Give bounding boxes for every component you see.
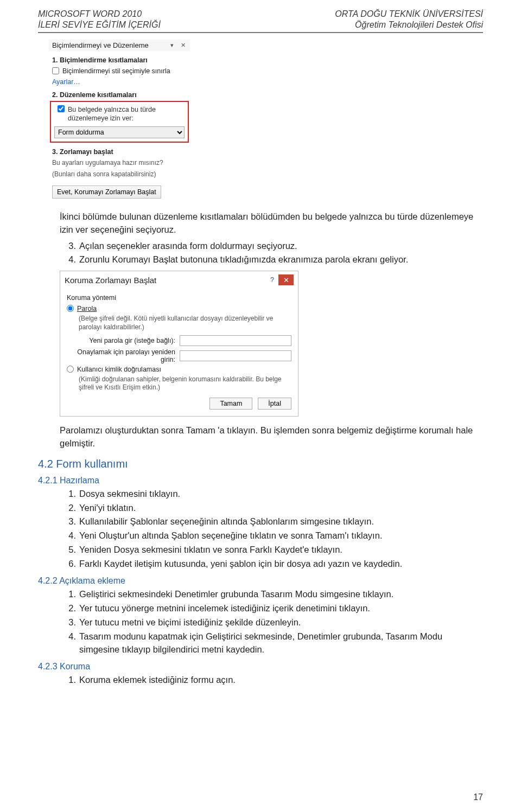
list-text: Geliştirici sekmesindeki Denetimler grub… (79, 589, 393, 599)
sec421-list: 1.Dosya sekmesini tıklayın. 2.Yeni'yi tı… (60, 488, 478, 571)
list-text: Zorunlu Korumayı Başlat butonuna tıkladı… (79, 254, 408, 264)
restrict-section-1: 1. Biçimlendirme kısıtlamaları Biçimlend… (49, 56, 190, 86)
close-icon[interactable]: ✕ (179, 42, 187, 49)
dialog-body: Koruma yöntemi Parola (Belge şifreli değ… (60, 289, 298, 415)
password-desc: (Belge şifreli değil. Kötü niyetli kulla… (79, 315, 291, 331)
confirm-password-input[interactable] (180, 350, 291, 361)
list-number: 1. (60, 488, 76, 501)
list-item: 3.Yer tutucu metni ve biçimi istediğiniz… (60, 616, 478, 629)
list-text: Yeni Oluştur'un altında Şablon seçeneğin… (79, 530, 382, 540)
intro-paragraph: İkinci bölümde bulunan düzenleme kısıtla… (60, 210, 478, 236)
list-item: 2.Yer tutucu yönerge metnini incelemek i… (60, 602, 478, 615)
list-text: Yeni'yi tıklatın. (79, 503, 136, 513)
list-number: 1. (60, 588, 76, 601)
list-item: 4.Tasarım modunu kapatmak için Geliştiri… (60, 630, 478, 656)
page-number: 17 (473, 792, 483, 802)
list-number: 4. (60, 630, 76, 643)
edit-restriction-box: Bu belgede yalnızca bu türde düzenlemeye… (50, 101, 189, 143)
list-number: 2. (60, 602, 76, 615)
radio-icon[interactable] (67, 366, 74, 373)
list-item: 3. Açılan seçenekler arasında form doldu… (60, 240, 478, 253)
password-radio-row[interactable]: Parola (67, 305, 291, 312)
list-number: 1. (60, 674, 76, 687)
section-4-2-3-title: 4.2.3 Koruma (38, 662, 483, 672)
list-item: 1.Geliştirici sekmesindeki Denetimler gr… (60, 588, 478, 601)
dialog-buttons: Tamam İptal (67, 398, 291, 410)
after-password-block: Parolamızı oluşturduktan sonra Tamam 'a … (60, 424, 478, 450)
edit-type-select[interactable]: Form doldurma (54, 126, 185, 138)
after-password-text: Parolamızı oluşturduktan sonra Tamam 'a … (60, 424, 478, 450)
format-limit-checkbox[interactable]: Biçimlendirmeyi stil seçimiyle sınırla (49, 66, 190, 76)
dialog-title-bar: Koruma Zorlamayı Başlat ? ✕ (60, 271, 298, 289)
list-item: 1.Koruma eklemek istediğiniz formu açın. (60, 674, 478, 687)
new-password-row: Yeni parola gir (isteğe bağlı): (67, 335, 291, 346)
new-password-input[interactable] (180, 335, 291, 346)
intro-list: 3. Açılan seçenekler arasında form doldu… (60, 240, 478, 267)
list-item: 3.Kullanılabilir Şablonlar seçeneğinin a… (60, 515, 478, 528)
list-number: 5. (60, 544, 76, 557)
new-password-label: Yeni parola gir (isteğe bağlı): (67, 337, 175, 344)
checkbox-icon[interactable] (52, 67, 59, 74)
list-item: 4.Yeni Oluştur'un altında Şablon seçeneğ… (60, 529, 478, 542)
restrict-title-text: Biçimlendirmeyi ve Düzenleme (52, 41, 165, 49)
restrict-sec1-title: 1. Biçimlendirme kısıtlamaları (52, 56, 187, 64)
header-divider (38, 32, 483, 33)
sec421-list-wrap: 1.Dosya sekmesini tıklayın. 2.Yeni'yi tı… (60, 488, 478, 571)
sec423-list-wrap: 1.Koruma eklemek istediğiniz formu açın. (60, 674, 478, 687)
sec422-list: 1.Geliştirici sekmesindeki Denetimler gr… (60, 588, 478, 656)
edit-restriction-label: Bu belgede yalnızca bu türde düzenlemeye… (68, 105, 181, 123)
checkbox-icon[interactable] (58, 105, 65, 112)
format-limit-label: Biçimlendirmeyi stil seçimiyle sınırla (62, 67, 170, 75)
password-radio-label: Parola (77, 305, 97, 312)
list-item: 6.Farklı Kaydet iletişim kutusunda, yeni… (60, 558, 478, 571)
ok-button[interactable]: Tamam (209, 398, 252, 410)
section-4-2-title: 4.2 Form kullanımı (38, 458, 483, 470)
list-item: 1.Dosya sekmesini tıklayın. (60, 488, 478, 501)
list-item: 2.Yeni'yi tıklatın. (60, 502, 478, 515)
list-text: Tasarım modunu kapatmak için Geliştirici… (79, 631, 442, 654)
settings-link[interactable]: Ayarlar… (52, 78, 187, 86)
restrict-sec2-title: 2. Düzenleme kısıtlamaları (52, 91, 187, 99)
chevron-down-icon[interactable]: ▾ (168, 42, 176, 49)
restrict-sec3-text1: Bu ayarları uygulamaya hazır mısınız? (52, 159, 187, 168)
list-number: 4. (60, 529, 76, 542)
help-icon[interactable]: ? (270, 276, 274, 284)
restrict-sec3-text2: (Bunları daha sonra kapatabilirsiniz) (52, 170, 187, 179)
header-left-line2: İLERİ SEVİYE EĞİTİM İÇERİĞİ (38, 20, 161, 30)
cancel-button[interactable]: İptal (258, 398, 291, 410)
sec422-list-wrap: 1.Geliştirici sekmesindeki Denetimler gr… (60, 588, 478, 656)
sec423-list: 1.Koruma eklemek istediğiniz formu açın. (60, 674, 478, 687)
list-number: 4. (60, 253, 76, 266)
dialog-title-text: Koruma Zorlamayı Başlat (65, 276, 270, 285)
protection-method-label: Koruma yöntemi (67, 294, 291, 302)
confirm-password-row: Onaylamak için parolayı yeniden girin: (67, 348, 291, 363)
header-right: ORTA DOĞU TEKNİK ÜNİVERSİTESİ Öğretim Te… (335, 9, 483, 30)
list-number: 6. (60, 558, 76, 571)
radio-icon[interactable] (67, 305, 74, 312)
list-text: Yer tutucu metni ve biçimi istediğiniz ş… (79, 617, 301, 627)
list-item: 5.Yeniden Dosya sekmesini tıklatın ve so… (60, 544, 478, 557)
intro-block: İkinci bölümde bulunan düzenleme kısıtla… (60, 210, 478, 267)
user-auth-radio-label: Kullanıcı kimlik doğrulaması (77, 366, 161, 373)
header-right-line1: ORTA DOĞU TEKNİK ÜNİVERSİTESİ (335, 9, 483, 20)
header-left-line1: MICROSOFT WORD 2010 (38, 9, 161, 20)
start-enforcing-button[interactable]: Evet, Korumayı Zorlamayı Başlat (52, 186, 161, 199)
close-icon[interactable]: ✕ (278, 274, 294, 285)
section-4-2-2-title: 4.2.2 Açıklama ekleme (38, 576, 483, 586)
header-right-line2: Öğretim Teknolojileri Destek Ofisi (335, 20, 483, 30)
edit-restriction-checkbox[interactable]: Bu belgede yalnızca bu türde düzenlemeye… (58, 105, 181, 123)
section-4-2-1-title: 4.2.1 Hazırlama (38, 476, 483, 485)
list-text: Açılan seçenekler arasında form doldurma… (79, 241, 297, 251)
page-header: MICROSOFT WORD 2010 İLERİ SEVİYE EĞİTİM … (38, 9, 483, 30)
list-text: Kullanılabilir Şablonlar seçeneğinin alt… (79, 516, 374, 526)
list-number: 3. (60, 515, 76, 528)
user-auth-desc: (Kimliği doğrulanan sahipler, belgenin k… (79, 375, 291, 392)
list-text: Koruma eklemek istediğiniz formu açın. (79, 675, 236, 685)
list-item: 4. Zorunlu Korumayı Başlat butonuna tıkl… (60, 253, 478, 266)
list-number: 2. (60, 502, 76, 515)
start-enforcing-dialog: Koruma Zorlamayı Başlat ? ✕ Koruma yönte… (60, 271, 298, 416)
confirm-password-label: Onaylamak için parolayı yeniden girin: (67, 348, 175, 363)
list-text: Yeniden Dosya sekmesini tıklatın ve sonr… (79, 545, 342, 554)
user-auth-radio-row[interactable]: Kullanıcı kimlik doğrulaması (67, 366, 291, 373)
list-text: Farklı Kaydet iletişim kutusunda, yeni ş… (79, 559, 402, 568)
